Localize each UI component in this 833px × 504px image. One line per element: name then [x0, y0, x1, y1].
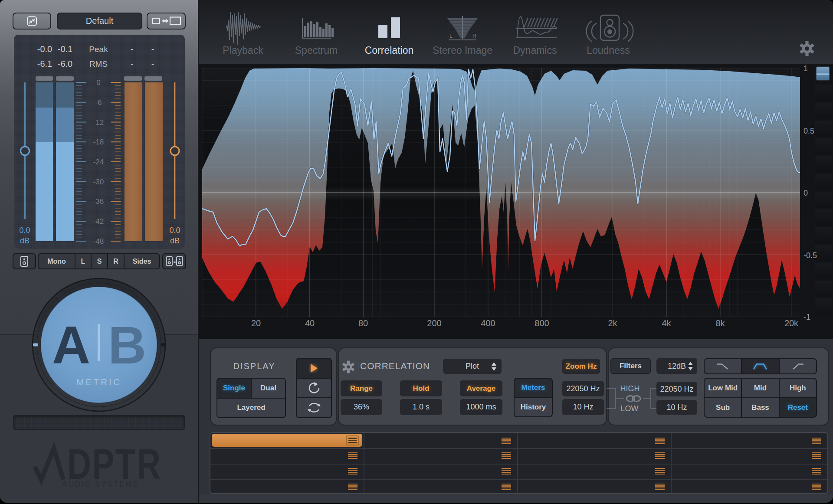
- svg-text:Spectrum: Spectrum: [295, 45, 338, 56]
- svg-text:-0.0: -0.0: [37, 44, 52, 54]
- svg-text:Stereo Image: Stereo Image: [433, 45, 492, 56]
- svg-text:0.0: 0.0: [169, 226, 180, 235]
- svg-text:Playback: Playback: [223, 45, 263, 56]
- svg-text:4k: 4k: [662, 318, 671, 328]
- svg-text:20: 20: [251, 318, 261, 328]
- svg-text:-30: -30: [93, 178, 104, 186]
- svg-text:1: 1: [803, 64, 808, 73]
- svg-text:800: 800: [535, 318, 549, 328]
- svg-text:-: -: [131, 44, 134, 54]
- svg-text:LOW: LOW: [620, 404, 638, 413]
- svg-text:AUDIO SYSTEMS: AUDIO SYSTEMS: [62, 480, 139, 488]
- svg-text:-6.0: -6.0: [58, 59, 72, 69]
- svg-text:0.0: 0.0: [19, 226, 30, 235]
- svg-text:-: -: [151, 44, 154, 54]
- svg-text:Peak: Peak: [89, 45, 108, 54]
- svg-text:0.5: 0.5: [803, 127, 814, 135]
- svg-text:-42: -42: [93, 217, 104, 226]
- svg-text:-0.5: -0.5: [803, 251, 817, 260]
- svg-text:20k: 20k: [784, 318, 799, 328]
- svg-text:B: B: [108, 316, 146, 375]
- svg-text:dB: dB: [170, 236, 180, 245]
- svg-text:-: -: [131, 59, 134, 69]
- svg-text:-48: -48: [93, 237, 104, 245]
- svg-text:Dynamics: Dynamics: [513, 45, 557, 56]
- svg-text:HIGH: HIGH: [620, 384, 640, 393]
- svg-text:40: 40: [305, 318, 315, 328]
- svg-text:-12: -12: [93, 118, 104, 127]
- svg-text:-: -: [151, 59, 154, 69]
- svg-text:-18: -18: [93, 138, 104, 146]
- svg-text:200: 200: [427, 318, 441, 328]
- svg-text:-36: -36: [93, 197, 104, 206]
- svg-text:Correlation: Correlation: [365, 45, 414, 56]
- svg-text:RMS: RMS: [89, 59, 108, 69]
- svg-text:-6: -6: [95, 98, 102, 107]
- svg-text:0: 0: [96, 79, 100, 87]
- svg-text:A: A: [52, 316, 90, 375]
- svg-text:-1: -1: [803, 313, 810, 321]
- svg-text:Loudness: Loudness: [587, 45, 630, 56]
- svg-text:0: 0: [803, 189, 808, 197]
- svg-text:-24: -24: [93, 158, 104, 166]
- svg-text:R: R: [472, 33, 476, 39]
- svg-text:-0.1: -0.1: [58, 44, 72, 54]
- svg-text:L: L: [449, 33, 453, 39]
- svg-text:400: 400: [481, 318, 495, 328]
- svg-text:80: 80: [358, 318, 368, 328]
- svg-text:-6.1: -6.1: [37, 59, 52, 69]
- svg-text:2k: 2k: [608, 318, 617, 328]
- svg-text:8k: 8k: [715, 318, 725, 328]
- svg-text:dB: dB: [20, 236, 30, 245]
- svg-text:METRIC: METRIC: [76, 377, 122, 387]
